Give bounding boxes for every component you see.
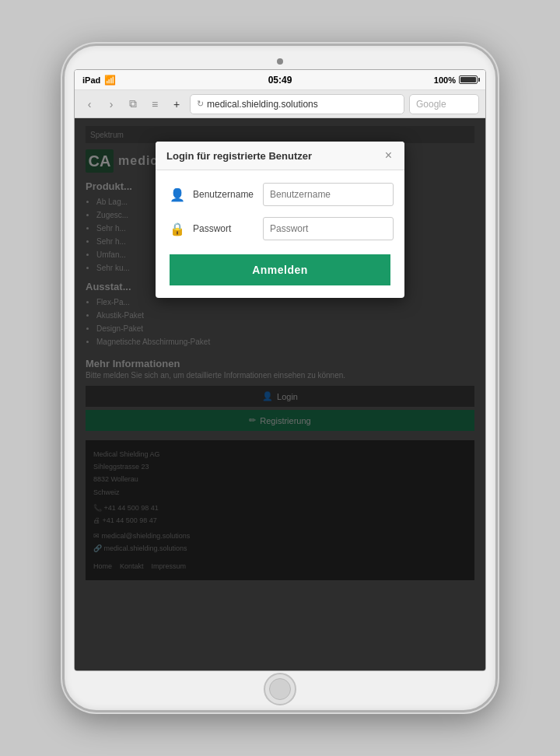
- reload-icon[interactable]: ↻: [197, 99, 204, 109]
- carrier-label: iPad: [82, 75, 100, 85]
- wifi-icon: 📶: [104, 75, 116, 86]
- ipad-screen: iPad 📶 05:49 100% ‹ › ⧉ ≡ + ↻ medical.sh…: [74, 69, 486, 671]
- username-label: Benutzername: [193, 189, 255, 200]
- status-right: 100%: [434, 75, 478, 85]
- username-row: 👤 Benutzername: [170, 183, 390, 206]
- user-icon: 👤: [170, 187, 185, 202]
- front-camera: [277, 58, 283, 65]
- password-input[interactable]: [263, 217, 394, 240]
- username-input[interactable]: [263, 183, 394, 206]
- forward-button[interactable]: ›: [103, 96, 120, 113]
- new-tab-button[interactable]: +: [168, 96, 185, 113]
- battery-fill: [460, 77, 476, 82]
- modal-header: Login für registrierte Benutzer ×: [156, 142, 404, 170]
- page-content: Spektrum CA medical shielding Produkt...…: [75, 118, 485, 670]
- home-button-inner: [269, 678, 291, 700]
- address-bar[interactable]: ↻ medical.shielding.solutions: [190, 94, 404, 114]
- tabs-button[interactable]: ⧉: [124, 96, 142, 113]
- battery-percent: 100%: [434, 75, 456, 85]
- address-text: medical.shielding.solutions: [207, 99, 318, 110]
- login-modal: Login für registrierte Benutzer × 👤 Benu…: [156, 142, 404, 298]
- modal-close-button[interactable]: ×: [383, 149, 394, 162]
- status-bar: iPad 📶 05:49 100%: [75, 70, 485, 90]
- submit-button[interactable]: Anmelden: [170, 254, 390, 285]
- modal-title: Login für registrierte Benutzer: [166, 150, 312, 162]
- ipad-device: iPad 📶 05:49 100% ‹ › ⧉ ≡ + ↻ medical.sh…: [62, 44, 498, 712]
- bookmarks-button[interactable]: ≡: [146, 96, 163, 113]
- browser-toolbar: ‹ › ⧉ ≡ + ↻ medical.shielding.solutions …: [75, 90, 485, 118]
- back-button[interactable]: ‹: [81, 96, 98, 113]
- password-label: Passwort: [193, 223, 255, 234]
- search-bar[interactable]: Google: [409, 94, 479, 114]
- search-placeholder: Google: [416, 99, 446, 110]
- lock-icon: 🔒: [170, 222, 185, 236]
- status-left: iPad 📶: [82, 75, 116, 86]
- password-row: 🔒 Passwort: [170, 217, 390, 240]
- battery-icon: [459, 75, 478, 84]
- modal-body: 👤 Benutzername 🔒 Passwort Anmelden: [156, 170, 404, 298]
- home-button[interactable]: [264, 673, 296, 705]
- modal-overlay: Login für registrierte Benutzer × 👤 Benu…: [75, 118, 485, 670]
- status-time: 05:49: [268, 75, 292, 86]
